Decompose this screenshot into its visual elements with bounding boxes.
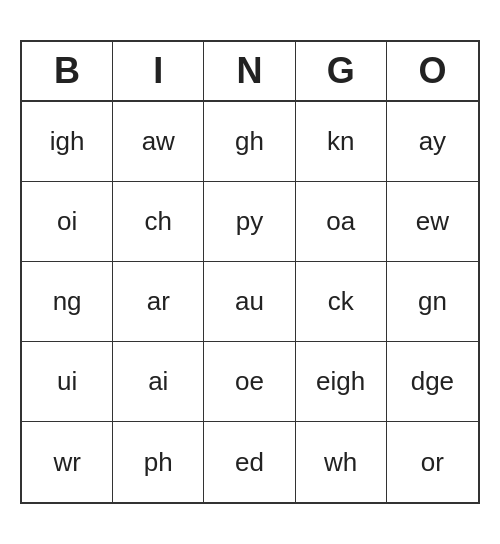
bingo-cell: gn xyxy=(387,262,478,342)
bingo-cell: ar xyxy=(113,262,204,342)
bingo-cell: ui xyxy=(22,342,113,422)
bingo-cell: oa xyxy=(296,182,387,262)
bingo-cell: igh xyxy=(22,102,113,182)
bingo-cell: ng xyxy=(22,262,113,342)
bingo-cell: ai xyxy=(113,342,204,422)
bingo-cell: ph xyxy=(113,422,204,502)
bingo-cell: au xyxy=(204,262,295,342)
bingo-cell: aw xyxy=(113,102,204,182)
bingo-cell: oe xyxy=(204,342,295,422)
bingo-cell: py xyxy=(204,182,295,262)
bingo-cell: ed xyxy=(204,422,295,502)
bingo-cell: gh xyxy=(204,102,295,182)
bingo-cell: oi xyxy=(22,182,113,262)
bingo-cell: ch xyxy=(113,182,204,262)
bingo-cell: ew xyxy=(387,182,478,262)
header-cell: O xyxy=(387,42,478,100)
bingo-cell: or xyxy=(387,422,478,502)
bingo-cell: ay xyxy=(387,102,478,182)
bingo-cell: dge xyxy=(387,342,478,422)
bingo-card: BINGO ighawghknayoichpyoaewngarauckgnuia… xyxy=(20,40,480,504)
header-cell: G xyxy=(296,42,387,100)
bingo-grid: ighawghknayoichpyoaewngarauckgnuiaioeeig… xyxy=(22,102,478,502)
bingo-cell: kn xyxy=(296,102,387,182)
bingo-header: BINGO xyxy=(22,42,478,102)
header-cell: B xyxy=(22,42,113,100)
header-cell: N xyxy=(204,42,295,100)
header-cell: I xyxy=(113,42,204,100)
bingo-cell: wh xyxy=(296,422,387,502)
bingo-cell: eigh xyxy=(296,342,387,422)
bingo-cell: wr xyxy=(22,422,113,502)
bingo-cell: ck xyxy=(296,262,387,342)
